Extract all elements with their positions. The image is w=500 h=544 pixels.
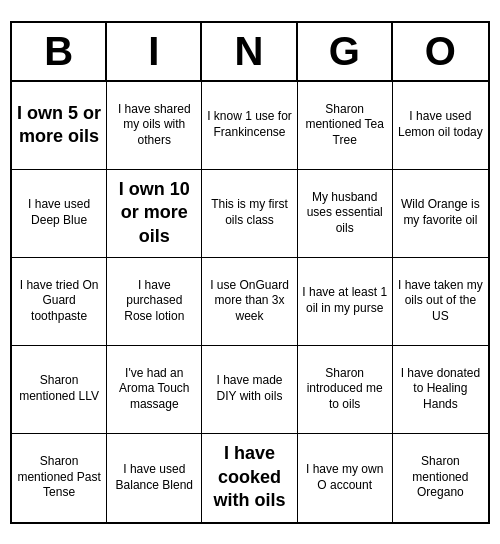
bingo-cell-4[interactable]: I have used Lemon oil today	[393, 82, 488, 170]
bingo-cell-5[interactable]: I have used Deep Blue	[12, 170, 107, 258]
bingo-cell-17[interactable]: I have made DIY with oils	[202, 346, 297, 434]
bingo-cell-2[interactable]: I know 1 use for Frankincense	[202, 82, 297, 170]
bingo-cell-16[interactable]: I've had an Aroma Touch massage	[107, 346, 202, 434]
bingo-cell-23[interactable]: I have my own O account	[298, 434, 393, 522]
bingo-letter-I: I	[107, 23, 202, 80]
bingo-letter-G: G	[298, 23, 393, 80]
bingo-cell-3[interactable]: Sharon mentioned Tea Tree	[298, 82, 393, 170]
bingo-grid: I own 5 or more oilsI have shared my oil…	[12, 82, 488, 522]
bingo-cell-7[interactable]: This is my first oils class	[202, 170, 297, 258]
bingo-cell-0[interactable]: I own 5 or more oils	[12, 82, 107, 170]
bingo-cell-14[interactable]: I have taken my oils out of the US	[393, 258, 488, 346]
bingo-cell-15[interactable]: Sharon mentioned LLV	[12, 346, 107, 434]
bingo-letter-B: B	[12, 23, 107, 80]
bingo-header: BINGO	[12, 23, 488, 82]
bingo-letter-N: N	[202, 23, 297, 80]
bingo-cell-22[interactable]: I have cooked with oils	[202, 434, 297, 522]
bingo-cell-13[interactable]: I have at least 1 oil in my purse	[298, 258, 393, 346]
bingo-cell-11[interactable]: I have purchased Rose lotion	[107, 258, 202, 346]
bingo-cell-6[interactable]: I own 10 or more oils	[107, 170, 202, 258]
bingo-card: BINGO I own 5 or more oilsI have shared …	[10, 21, 490, 524]
bingo-cell-9[interactable]: Wild Orange is my favorite oil	[393, 170, 488, 258]
bingo-cell-8[interactable]: My husband uses essential oils	[298, 170, 393, 258]
bingo-cell-24[interactable]: Sharon mentioned Oregano	[393, 434, 488, 522]
bingo-letter-O: O	[393, 23, 488, 80]
bingo-cell-20[interactable]: Sharon mentioned Past Tense	[12, 434, 107, 522]
bingo-cell-18[interactable]: Sharon introduced me to oils	[298, 346, 393, 434]
bingo-cell-12[interactable]: I use OnGuard more than 3x week	[202, 258, 297, 346]
bingo-cell-19[interactable]: I have donated to Healing Hands	[393, 346, 488, 434]
bingo-cell-1[interactable]: I have shared my oils with others	[107, 82, 202, 170]
bingo-cell-21[interactable]: I have used Balance Blend	[107, 434, 202, 522]
bingo-cell-10[interactable]: I have tried On Guard toothpaste	[12, 258, 107, 346]
